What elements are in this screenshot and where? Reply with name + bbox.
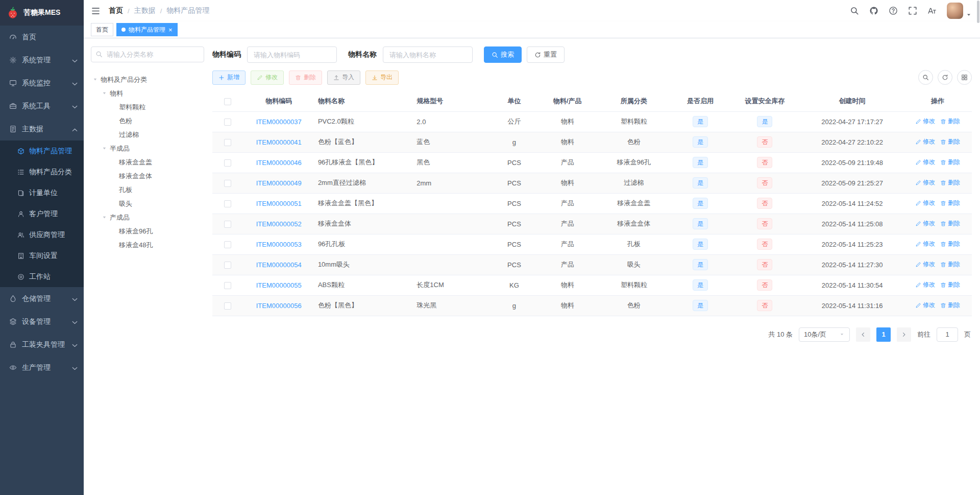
- page-size-select[interactable]: 10条/页: [799, 327, 850, 342]
- table-row[interactable]: ITEM00000051移液盒盒盖【黑色】PCS产品移液盒盒盖是否2022-05…: [212, 193, 972, 214]
- sidebar-item-material-product[interactable]: 物料产品管理: [0, 140, 84, 161]
- tree-node[interactable]: 物料: [91, 86, 204, 100]
- sidebar-item-measure-unit[interactable]: 计量单位: [0, 182, 84, 203]
- row-checkbox[interactable]: [224, 262, 231, 269]
- tree-node[interactable]: 色粉: [91, 114, 204, 128]
- avatar[interactable]: [947, 3, 963, 19]
- row-checkbox[interactable]: [224, 282, 231, 289]
- material-name-input[interactable]: [383, 46, 473, 63]
- tree-node[interactable]: 半成品: [91, 142, 204, 155]
- search-button[interactable]: [850, 6, 859, 15]
- table-row[interactable]: ITEM0000005410mm吸头PCS产品吸头是否2022-05-14 11…: [212, 254, 972, 275]
- table-refresh-button[interactable]: [938, 70, 952, 85]
- sidebar-item-material-category[interactable]: 物料产品分类: [0, 161, 84, 182]
- material-code-link[interactable]: ITEM00000052: [256, 220, 302, 228]
- breadcrumb-item[interactable]: 主数据: [134, 6, 156, 15]
- table-row[interactable]: ITEM000000492mm直径过滤棉2mmPCS物料过滤棉是否2022-05…: [212, 173, 972, 193]
- row-delete-link[interactable]: 删除: [940, 199, 960, 207]
- sidebar-item-equipment[interactable]: 设备管理: [0, 310, 84, 333]
- sidebar-item-workshop[interactable]: 车间设置: [0, 245, 84, 266]
- material-code-link[interactable]: ITEM00000041: [256, 138, 302, 146]
- row-checkbox[interactable]: [224, 241, 231, 248]
- material-code-link[interactable]: ITEM00000046: [256, 159, 302, 167]
- table-row[interactable]: ITEM00000052移液盒盒体PCS产品移液盒盒体是否2022-05-14 …: [212, 214, 972, 234]
- tree-node[interactable]: 移液盒盒体: [91, 169, 204, 183]
- user-menu[interactable]: [947, 3, 972, 19]
- sidebar-item-workstation[interactable]: 工作站: [0, 266, 84, 287]
- sidebar-item-tools[interactable]: 系统工具: [0, 95, 84, 117]
- tab-home[interactable]: 首页: [91, 23, 113, 36]
- row-edit-link[interactable]: 修改: [915, 301, 935, 310]
- select-all-checkbox[interactable]: [224, 98, 231, 105]
- question-button[interactable]: [889, 6, 898, 15]
- sidebar-item-home[interactable]: 首页: [0, 26, 84, 49]
- sidebar-item-fixture[interactable]: 工装夹具管理: [0, 333, 84, 356]
- scrollbar-thumb[interactable]: [977, 1, 979, 23]
- table-search-button[interactable]: [918, 70, 933, 85]
- next-page-button[interactable]: [897, 327, 911, 342]
- sidebar-item-supplier[interactable]: 供应商管理: [0, 224, 84, 245]
- tree-caret-icon[interactable]: [100, 90, 108, 97]
- table-row[interactable]: ITEM0000004696孔移液盒【黑色】黑色PCS产品移液盒96孔是否202…: [212, 152, 972, 173]
- material-code-link[interactable]: ITEM00000049: [256, 179, 302, 187]
- row-delete-link[interactable]: 删除: [940, 301, 960, 310]
- page-1-button[interactable]: 1: [876, 327, 891, 342]
- table-row[interactable]: ITEM0000005396孔孔板PCS产品孔板是否2022-05-14 11:…: [212, 234, 972, 254]
- add-button[interactable]: 新增: [212, 70, 246, 85]
- row-edit-link[interactable]: 修改: [915, 219, 935, 228]
- tree-node[interactable]: 物料及产品分类: [91, 73, 204, 86]
- import-button[interactable]: 导入: [327, 70, 360, 85]
- sidebar-item-customer[interactable]: 客户管理: [0, 203, 84, 224]
- tree-node[interactable]: 塑料颗粒: [91, 100, 204, 114]
- table-row[interactable]: ITEM00000041色粉【蓝色】蓝色g物料色粉是否2022-04-27 22…: [212, 132, 972, 152]
- delete-button[interactable]: 删除: [289, 70, 322, 85]
- row-edit-link[interactable]: 修改: [915, 260, 935, 269]
- row-edit-link[interactable]: 修改: [915, 158, 935, 167]
- tree-node[interactable]: 孔板: [91, 183, 204, 197]
- search-button[interactable]: 搜索: [484, 46, 522, 63]
- goto-page-input[interactable]: [937, 327, 958, 342]
- row-delete-link[interactable]: 删除: [940, 219, 960, 228]
- row-checkbox[interactable]: [224, 302, 231, 310]
- close-tab-icon[interactable]: ×: [168, 27, 173, 33]
- github-button[interactable]: [869, 6, 878, 15]
- tree-node[interactable]: 产成品: [91, 210, 204, 224]
- row-edit-link[interactable]: 修改: [915, 199, 935, 207]
- row-delete-link[interactable]: 删除: [940, 158, 960, 167]
- material-code-link[interactable]: ITEM00000037: [256, 118, 302, 126]
- fullscreen-button[interactable]: [908, 6, 917, 15]
- tree-node[interactable]: 移液盒48孔: [91, 238, 204, 252]
- tree-caret-icon[interactable]: [100, 214, 108, 221]
- edit-button[interactable]: 修改: [251, 70, 284, 85]
- row-edit-link[interactable]: 修改: [915, 178, 935, 187]
- material-code-link[interactable]: ITEM00000055: [256, 281, 302, 289]
- page-scrollbar[interactable]: [976, 0, 980, 495]
- row-checkbox[interactable]: [224, 200, 231, 207]
- tree-node[interactable]: 过滤棉: [91, 128, 204, 142]
- sidebar-item-system[interactable]: 系统管理: [0, 49, 84, 72]
- sidebar-item-production[interactable]: 生产管理: [0, 356, 84, 379]
- breadcrumb-item[interactable]: 首页: [109, 6, 123, 15]
- category-search-input[interactable]: [91, 46, 204, 62]
- row-delete-link[interactable]: 删除: [940, 240, 960, 248]
- sidebar-item-masterdata[interactable]: 主数据: [0, 117, 84, 140]
- row-delete-link[interactable]: 删除: [940, 137, 960, 146]
- tree-caret-icon[interactable]: [100, 145, 108, 152]
- material-code-input[interactable]: [247, 46, 337, 63]
- material-code-link[interactable]: ITEM00000054: [256, 261, 302, 269]
- row-checkbox[interactable]: [224, 221, 231, 228]
- table-row[interactable]: ITEM00000055ABS颗粒长度1CMKG物料塑料颗粒是否2022-05-…: [212, 275, 972, 295]
- table-row[interactable]: ITEM00000056色粉【黑色】珠光黑g物料色粉是否2022-05-14 1…: [212, 295, 972, 316]
- material-code-link[interactable]: ITEM00000056: [256, 302, 302, 310]
- row-edit-link[interactable]: 修改: [915, 117, 935, 126]
- table-grid-button[interactable]: [957, 70, 972, 85]
- row-edit-link[interactable]: 修改: [915, 280, 935, 289]
- row-checkbox[interactable]: [224, 159, 231, 167]
- fontsize-button[interactable]: [927, 6, 937, 15]
- material-code-link[interactable]: ITEM00000053: [256, 241, 302, 248]
- row-checkbox[interactable]: [224, 180, 231, 187]
- table-row[interactable]: ITEM00000037PVC2.0颗粒2.0公斤物料塑料颗粒是是2022-04…: [212, 111, 972, 132]
- row-checkbox[interactable]: [224, 119, 231, 126]
- reset-button[interactable]: 重置: [527, 46, 565, 63]
- tab-material-product[interactable]: 物料产品管理×: [116, 23, 178, 36]
